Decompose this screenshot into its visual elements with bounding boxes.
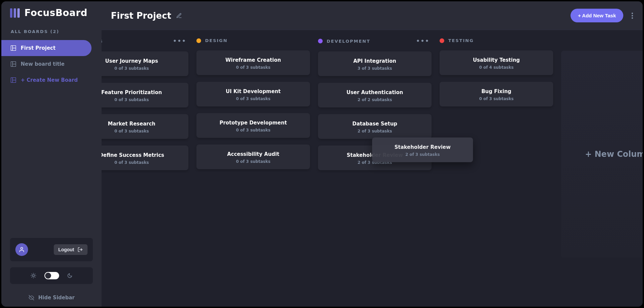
theme-toggle-panel xyxy=(10,267,93,284)
kanban-column: TESTINGUsability Testing0 of 4 subtasksB… xyxy=(440,38,553,299)
task-title: Market Research xyxy=(108,121,156,127)
sidebar-board-item-active[interactable]: First Project xyxy=(1,40,92,56)
svg-point-23 xyxy=(632,17,633,18)
logout-button[interactable]: Logout xyxy=(54,244,88,255)
kanban-board[interactable]: NNING•••User Journey Maps0 of 3 subtasks… xyxy=(102,30,643,307)
svg-line-14 xyxy=(32,274,32,274)
task-subtask-count: 2 of 3 subtasks xyxy=(357,160,392,165)
svg-point-11 xyxy=(32,275,34,277)
column-name: DEVELOPMENT xyxy=(327,39,370,44)
board-options-button[interactable] xyxy=(629,10,635,21)
hide-sidebar-button[interactable]: Hide Sidebar xyxy=(1,290,102,307)
task-card[interactable]: Prototype Development0 of 3 subtasks xyxy=(196,113,310,138)
task-title: Bug Fixing xyxy=(481,88,511,94)
task-subtask-count: 0 of 3 subtasks xyxy=(236,65,270,70)
column-name: DESIGN xyxy=(205,38,227,43)
logo-icon xyxy=(10,8,20,18)
column-header: TESTING xyxy=(440,38,553,43)
task-title: User Journey Maps xyxy=(105,58,158,64)
task-title: API Integration xyxy=(353,58,396,64)
column-color-dot xyxy=(196,38,201,43)
svg-line-15 xyxy=(35,277,35,277)
task-title: UI Kit Development xyxy=(226,88,281,94)
pencil-icon xyxy=(176,13,182,19)
task-card[interactable]: User Journey Maps0 of 3 subtasks xyxy=(102,51,188,76)
task-subtask-count: 0 of 3 subtasks xyxy=(236,128,270,132)
theme-toggle[interactable] xyxy=(44,272,59,279)
edit-title-button[interactable] xyxy=(176,13,182,19)
column-color-dot xyxy=(318,39,323,43)
boards-count-header: ALL BOARDS (2) xyxy=(1,27,102,40)
moon-icon xyxy=(67,273,72,278)
kanban-column: NNING•••User Journey Maps0 of 3 subtasks… xyxy=(102,38,188,299)
task-subtask-count: 0 of 3 subtasks xyxy=(479,96,513,101)
page-title: First Project xyxy=(111,11,171,21)
add-task-button[interactable]: + Add New Task xyxy=(571,9,623,22)
task-card[interactable]: Wireframe Creation0 of 3 subtasks xyxy=(196,50,310,75)
app-name: FocusBoard xyxy=(24,7,88,18)
task-card[interactable]: UI Kit Development0 of 3 subtasks xyxy=(196,82,310,106)
kanban-column: DESIGNWireframe Creation0 of 3 subtasksU… xyxy=(196,38,310,299)
column-options-button[interactable]: ••• xyxy=(416,38,430,44)
app-logo: FocusBoard xyxy=(1,7,102,27)
column-cards: Usability Testing0 of 4 subtasksBug Fixi… xyxy=(440,50,553,106)
task-card[interactable]: User Authentication2 of 2 subtasks xyxy=(318,83,432,107)
sun-icon xyxy=(30,273,36,279)
task-subtask-count: 0 of 4 subtasks xyxy=(479,65,513,70)
column-name: TESTING xyxy=(448,38,474,43)
sidebar-board-item[interactable]: New board title xyxy=(1,56,92,72)
task-card[interactable]: Stakeholder Review2 of 3 subtasks xyxy=(318,145,432,170)
sidebar-board-label: New board title xyxy=(21,61,64,67)
task-card[interactable]: Accessibility Audit0 of 3 subtasks xyxy=(196,144,310,169)
task-title: Prototype Development xyxy=(219,120,287,126)
board-list: First Project New board title + Create N… xyxy=(1,40,102,88)
column-header: DESIGN xyxy=(196,38,310,43)
column-header: DEVELOPMENT••• xyxy=(318,38,432,44)
kebab-icon xyxy=(631,12,633,19)
logout-label: Logout xyxy=(58,247,74,252)
column-cards: API Integration3 of 3 subtasksUser Authe… xyxy=(318,51,432,170)
task-subtask-count: 0 of 3 subtasks xyxy=(236,159,270,164)
main-area: First Project + Add New Task NNING•••Use… xyxy=(102,1,643,307)
kanban-column: DEVELOPMENT•••API Integration3 of 3 subt… xyxy=(318,38,432,299)
task-card[interactable]: Define Success Metrics0 of 3 subtasks xyxy=(102,145,188,170)
task-subtask-count: 0 of 3 subtasks xyxy=(114,66,149,71)
column-options-button[interactable]: ••• xyxy=(173,38,186,44)
task-subtask-count: 2 of 3 subtasks xyxy=(357,129,392,133)
task-subtask-count: 0 of 3 subtasks xyxy=(114,97,149,102)
column-header: NNING••• xyxy=(102,38,188,44)
svg-point-21 xyxy=(632,12,633,14)
avatar[interactable] xyxy=(15,243,28,256)
task-subtask-count: 3 of 3 subtasks xyxy=(357,66,392,71)
app-shell: FocusBoard ALL BOARDS (2) First Project … xyxy=(1,1,643,307)
task-card[interactable]: Bug Fixing0 of 3 subtasks xyxy=(440,82,553,106)
logout-icon xyxy=(77,247,83,252)
board-icon xyxy=(11,61,16,67)
topbar: First Project + Add New Task xyxy=(102,1,643,30)
column-cards: User Journey Maps0 of 3 subtasksFeature … xyxy=(102,51,188,170)
task-subtask-count: 2 of 2 subtasks xyxy=(357,97,392,102)
new-column-button[interactable]: + New Column xyxy=(561,51,643,258)
user-panel: Logout xyxy=(10,238,93,261)
svg-point-9 xyxy=(21,247,23,249)
create-board-button[interactable]: + Create New Board xyxy=(1,72,92,88)
hide-sidebar-label: Hide Sidebar xyxy=(38,295,75,301)
task-subtask-count: 0 of 3 subtasks xyxy=(114,129,149,133)
task-card[interactable]: Feature Prioritization0 of 3 subtasks xyxy=(102,83,188,107)
task-title: Feature Prioritization xyxy=(102,89,162,95)
task-subtask-count: 0 of 3 subtasks xyxy=(236,96,270,101)
task-title: Wireframe Creation xyxy=(225,57,281,63)
sidebar: FocusBoard ALL BOARDS (2) First Project … xyxy=(1,1,102,307)
task-title: Accessibility Audit xyxy=(227,151,279,157)
task-card[interactable]: API Integration3 of 3 subtasks xyxy=(318,51,432,76)
svg-line-18 xyxy=(32,277,32,277)
user-icon xyxy=(19,247,25,253)
svg-line-19 xyxy=(35,274,35,274)
task-title: Database Setup xyxy=(352,121,397,127)
sidebar-board-label: First Project xyxy=(21,45,55,51)
task-card[interactable]: Usability Testing0 of 4 subtasks xyxy=(440,50,553,75)
task-card[interactable]: Market Research0 of 3 subtasks xyxy=(102,114,188,139)
task-title: Usability Testing xyxy=(473,57,520,63)
eye-off-icon xyxy=(28,295,34,300)
task-card[interactable]: Database Setup2 of 3 subtasks xyxy=(318,114,432,139)
